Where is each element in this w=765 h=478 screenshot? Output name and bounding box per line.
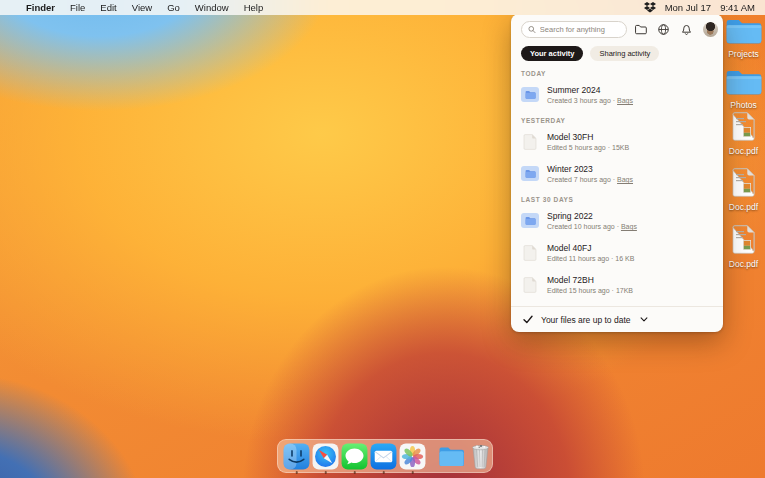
desktop-icon-doc-pdf[interactable]: Doc.pdf	[722, 225, 765, 269]
menu-item-window[interactable]: Window	[195, 2, 229, 13]
item-text: Model 72BH Edited 15 hours ago · 17KB	[547, 275, 633, 294]
folder-icon[interactable]	[634, 23, 647, 36]
item-title: Summer 2024	[547, 85, 633, 95]
activity-section: YESTERDAY Model 30FH Edited 5 hours ago …	[521, 117, 713, 187]
desktop-icon-label: Doc.pdf	[729, 202, 758, 212]
sync-status-text: Your files are up to date	[541, 315, 630, 325]
panel-header-icons	[634, 22, 718, 37]
globe-icon[interactable]	[657, 23, 670, 36]
item-title: Spring 2022	[547, 211, 637, 221]
dock-item-messages[interactable]	[341, 443, 368, 470]
dock-item-safari[interactable]	[312, 443, 339, 470]
item-link[interactable]: Bags	[617, 176, 633, 183]
folder-icon	[724, 17, 764, 44]
dock-item-folder[interactable]	[438, 443, 465, 470]
search-box[interactable]	[521, 21, 627, 38]
item-title: Winter 2023	[547, 164, 633, 174]
desktop-icon-label: Photos	[730, 100, 756, 110]
item-title: Model 72BH	[547, 275, 633, 285]
desktop-icon-projects[interactable]: Projects	[722, 17, 765, 59]
menubar-date[interactable]: Mon Jul 17	[665, 2, 711, 13]
desktop-icon-image	[731, 112, 756, 145]
activity-list-item[interactable]: Winter 2023 Created 7 hours ago · Bags	[521, 160, 713, 187]
file-page-icon	[523, 134, 537, 150]
desktop-icon-image	[731, 225, 756, 258]
menu-bar-status: Mon Jul 17 9:41 AM	[644, 2, 755, 13]
finder-dock-icon	[283, 443, 310, 470]
item-meta: Created 3 hours ago · Bags	[547, 97, 633, 104]
activity-list-item[interactable]: Model 72BH Edited 15 hours ago · 17KB	[521, 271, 713, 298]
bell-icon[interactable]	[680, 23, 693, 36]
menu-item-help[interactable]: Help	[244, 2, 264, 13]
activity-list-item[interactable]: Model 40FJ Edited 11 hours ago · 16 KB	[521, 239, 713, 266]
desktop-icon-doc-pdf[interactable]: Doc.pdf	[722, 112, 765, 156]
folder-tile-icon	[521, 166, 539, 181]
panel-footer: Your files are up to date	[511, 306, 723, 332]
menu-item-edit[interactable]: Edit	[100, 2, 116, 13]
item-text: Summer 2024 Created 3 hours ago · Bags	[547, 85, 633, 104]
search-input[interactable]	[540, 25, 620, 34]
item-title: Model 40FJ	[547, 243, 634, 253]
menubar-clock[interactable]: 9:41 AM	[720, 2, 755, 13]
item-text: Model 40FJ Edited 11 hours ago · 16 KB	[547, 243, 634, 262]
file-page-icon	[523, 277, 537, 293]
user-avatar[interactable]	[703, 22, 718, 37]
photos-dock-icon	[399, 443, 426, 470]
mail-dock-icon	[370, 443, 397, 470]
folder-icon	[724, 68, 764, 95]
section-items: Spring 2022 Created 10 hours ago · Bags …	[521, 207, 713, 298]
tab-your-activity[interactable]: Your activity	[521, 46, 583, 61]
desktop-icon-label: Doc.pdf	[729, 259, 758, 269]
item-meta: Edited 11 hours ago · 16 KB	[547, 255, 634, 262]
desktop-icon-doc-pdf[interactable]: Doc.pdf	[722, 168, 765, 212]
pdf-document-icon	[731, 112, 756, 141]
item-link[interactable]: Bags	[617, 97, 633, 104]
item-title: Model 30FH	[547, 132, 629, 142]
dock-item-finder[interactable]	[283, 443, 310, 470]
file-page-icon	[523, 245, 537, 261]
menu-bar: Finder FileEditViewGoWindowHelp Mon Jul …	[0, 0, 765, 15]
chevron-down-icon[interactable]	[640, 317, 648, 322]
menu-item-go[interactable]: Go	[167, 2, 180, 13]
panel-header	[511, 14, 723, 38]
desktop-icon-label: Doc.pdf	[729, 146, 758, 156]
activity-list: TODAY Summer 2024 Created 3 hours ago · …	[511, 61, 723, 306]
item-meta: Edited 5 hours ago · 15KB	[547, 144, 629, 151]
desktop-icon-column: Projects Photos Doc.pdf Doc.pdf	[722, 0, 765, 478]
desktop-icon-photos[interactable]: Photos	[722, 68, 765, 110]
menu-item-view[interactable]: View	[132, 2, 152, 13]
menu-bar-menus: Finder FileEditViewGoWindowHelp	[26, 2, 263, 13]
menu-item-file[interactable]: File	[70, 2, 85, 13]
pdf-document-icon	[731, 168, 756, 197]
folder-tile-icon	[521, 87, 539, 102]
tab-sharing-activity[interactable]: Sharing activity	[590, 46, 659, 61]
activity-list-item[interactable]: Model 30FH Edited 5 hours ago · 15KB	[521, 128, 713, 155]
dock	[277, 439, 493, 473]
dropbox-menubar-icon[interactable]	[644, 2, 656, 13]
activity-tabs: Your activity Sharing activity	[511, 38, 723, 61]
pdf-document-icon	[731, 225, 756, 254]
trash-dock-icon	[467, 443, 494, 470]
item-meta: Created 7 hours ago · Bags	[547, 176, 633, 183]
section-header: TODAY	[521, 70, 713, 77]
app-menu-finder[interactable]: Finder	[26, 2, 55, 13]
section-items: Summer 2024 Created 3 hours ago · Bags	[521, 81, 713, 108]
safari-dock-icon	[312, 443, 339, 470]
folder-tile-icon	[521, 213, 539, 228]
dock-folder-icon	[438, 443, 465, 470]
desktop-icon-image	[724, 17, 764, 48]
dock-item-photos[interactable]	[399, 443, 426, 470]
dropbox-activity-panel: Your activity Sharing activity TODAY Sum…	[511, 14, 723, 332]
desktop-icon-image	[731, 168, 756, 201]
dock-item-mail[interactable]	[370, 443, 397, 470]
item-text: Model 30FH Edited 5 hours ago · 15KB	[547, 132, 629, 151]
section-header: YESTERDAY	[521, 117, 713, 124]
desktop-icon-image	[724, 68, 764, 99]
messages-dock-icon	[341, 443, 368, 470]
item-text: Winter 2023 Created 7 hours ago · Bags	[547, 164, 633, 183]
activity-list-item[interactable]: Summer 2024 Created 3 hours ago · Bags	[521, 81, 713, 108]
item-link[interactable]: Bags	[621, 223, 637, 230]
desktop-icon-label: Projects	[728, 49, 759, 59]
activity-list-item[interactable]: Spring 2022 Created 10 hours ago · Bags	[521, 207, 713, 234]
dock-item-trash[interactable]	[467, 443, 494, 470]
